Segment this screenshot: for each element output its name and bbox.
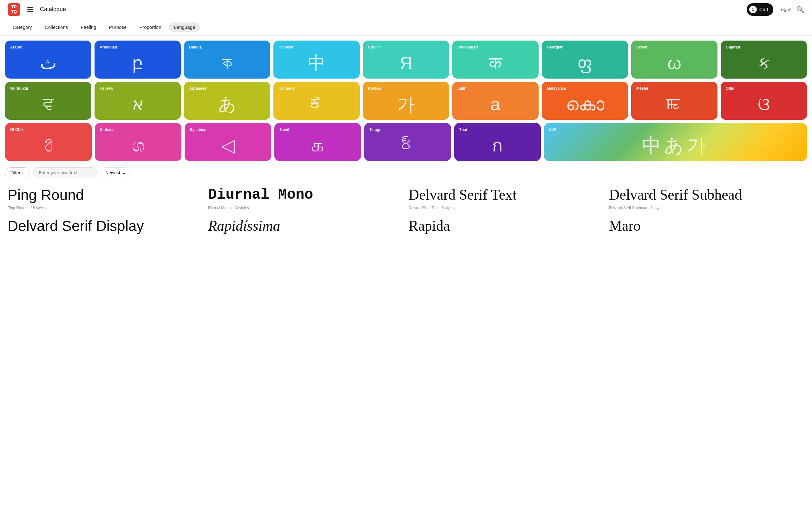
language-section: ArabicثArmenianբBanglaকChinese中CyrillicЯ… (0, 36, 812, 164)
font-card-2[interactable]: Delvard Serif TextDelvard Serif Text · 8… (406, 182, 606, 213)
sort-arrow-icon: ⌄ (122, 170, 126, 175)
lang-card-label-armenian: Armenian (100, 45, 176, 49)
font-card-7[interactable]: Maro (606, 213, 807, 239)
lang-card-armenian[interactable]: Armenianբ (95, 41, 181, 78)
nav-tabs: CategoryCollectionsFeelingPurposeProport… (0, 19, 812, 36)
lang-card-glyph-japanese: あ (189, 93, 265, 115)
lang-card-greek[interactable]: Greekω (631, 41, 717, 78)
lang-card-glyph-kannada: ಕ (278, 93, 355, 115)
lang-card-meetei[interactable]: Meeteiꯃ (631, 82, 717, 120)
lang-card-glyph-tamil: க (280, 134, 356, 157)
lang-card-sinhala[interactable]: Sinhalaශ (95, 123, 182, 161)
lang-card-tamil[interactable]: Tamilக (274, 123, 361, 161)
lang-card-latin[interactable]: Latina (452, 82, 539, 120)
header-actions: 1 Cart Log in 🔍 (747, 3, 804, 16)
lang-card-label-telugu: Telugu (369, 127, 446, 132)
lang-card-glyph-latin: a (457, 93, 534, 115)
lang-card-glyph-gurmukhi: ਵ (10, 93, 86, 115)
lang-card-label-arabic: Arabic (10, 45, 86, 49)
cart-button[interactable]: 1 Cart (747, 3, 773, 16)
language-grid-row3: Ol ChikiᱚSinhalaශSyllabics◁TamilகTeluguర… (5, 123, 807, 161)
lang-card-glyph-ol-chiki: ᱚ (10, 134, 87, 157)
lang-card-label-syllabics: Syllabics (190, 127, 266, 132)
lang-card-label-thai: Thai (459, 127, 536, 132)
font-name-1: Diurnal Mono (208, 187, 403, 203)
tab-feeling[interactable]: Feeling (75, 22, 101, 32)
lang-card-gurmukhi[interactable]: Gurmukhiਵ (5, 82, 91, 120)
lang-card-cjk-label[interactable]: CJK中あ가 (544, 123, 807, 161)
font-name-5: Rapidíssima (208, 218, 403, 234)
custom-text-input[interactable] (33, 167, 97, 178)
lang-card-devanagari[interactable]: Devanagariक (452, 41, 539, 78)
font-card-6[interactable]: Rapida (406, 213, 606, 239)
tab-category[interactable]: Category (8, 22, 37, 32)
lang-card-glyph-syllabics: ◁ (190, 134, 266, 157)
lang-card-odia[interactable]: Odiaଓ (721, 82, 807, 120)
header-title: Catalogue (40, 6, 66, 13)
lang-card-glyph-korean: 가 (368, 93, 444, 115)
tab-language[interactable]: Language (169, 22, 200, 32)
tab-collections[interactable]: Collections (40, 22, 73, 32)
lang-card-glyph-bangla: ক (189, 52, 265, 74)
lang-card-malayalam[interactable]: Malayalamകൊ (542, 82, 628, 120)
lang-card-label-latin: Latin (457, 86, 534, 91)
lang-card-georgian[interactable]: Georgianფ (542, 41, 628, 78)
filter-button[interactable]: Filter + (5, 167, 30, 178)
sort-button[interactable]: Newest ⌄ (101, 167, 131, 178)
header: TPTQ Catalogue 1 Cart Log in 🔍 (0, 0, 812, 19)
lang-card-glyph-meetei: ꯃ (636, 93, 712, 115)
lang-card-label-tamil: Tamil (280, 127, 356, 132)
lang-card-arabic[interactable]: Arabicث (5, 41, 91, 78)
lang-card-chinese[interactable]: Chinese中 (273, 41, 360, 78)
lang-card-label-devanagari: Devanagari (457, 45, 534, 49)
lang-card-ol-chiki[interactable]: Ol Chikiᱚ (5, 123, 92, 161)
lang-card-glyph-gujarati: ક (726, 52, 802, 74)
cart-count: 1 (749, 6, 757, 13)
language-grid-row2: GurmukhiਵHebrewאJapaneseあKannadaಕKorean가… (5, 82, 807, 120)
hamburger-menu[interactable] (26, 5, 35, 14)
filter-label: Filter + (10, 170, 24, 175)
lang-card-korean[interactable]: Korean가 (363, 82, 449, 120)
search-button[interactable]: 🔍 (797, 6, 804, 13)
lang-card-japanese[interactable]: Japaneseあ (184, 82, 270, 120)
login-button[interactable]: Log in (778, 7, 792, 12)
font-card-1[interactable]: Diurnal MonoDiurnal Mono · 10 styles (206, 182, 406, 213)
font-name-4: Delvard Serif Display (8, 218, 203, 234)
lang-card-label-sinhala: Sinhala (100, 127, 176, 132)
lang-card-label-hebrew: Hebrew (100, 86, 176, 91)
lang-card-gujarati[interactable]: Gujaratiક (721, 41, 807, 78)
lang-card-glyph-cjk-label: 中あ가 (549, 134, 802, 157)
tab-proportion[interactable]: Proportion (134, 22, 166, 32)
lang-card-glyph-devanagari: क (457, 52, 534, 74)
language-grid-row1: ArabicثArmenianբBanglaকChinese中CyrillicЯ… (5, 41, 807, 78)
lang-card-cyrillic[interactable]: CyrillicЯ (363, 41, 449, 78)
font-card-5[interactable]: Rapidíssima (206, 213, 406, 239)
cart-label: Cart (759, 7, 768, 12)
lang-card-label-kannada: Kannada (278, 86, 355, 91)
filter-bar: Filter + Newest ⌄ (0, 164, 812, 182)
font-name-6: Rapida (409, 218, 604, 234)
lang-card-thai[interactable]: Thaiก (454, 123, 541, 161)
sort-label: Newest (105, 170, 120, 175)
lang-card-glyph-hebrew: א (100, 93, 176, 115)
font-card-3[interactable]: Delvard Serif SubheadDelvard Serif Subhe… (606, 182, 807, 213)
font-name-3: Delvard Serif Subhead (609, 187, 804, 203)
logo[interactable]: TPTQ (8, 3, 20, 16)
lang-card-glyph-odia: ଓ (726, 93, 802, 115)
font-name-0: Ping Round (8, 187, 203, 203)
lang-card-label-chinese: Chinese (278, 45, 355, 49)
lang-card-bangla[interactable]: Banglaক (184, 41, 270, 78)
lang-card-syllabics[interactable]: Syllabics◁ (185, 123, 271, 161)
lang-card-glyph-greek: ω (636, 52, 712, 74)
lang-card-label-cyrillic: Cyrillic (368, 45, 444, 49)
tab-purpose[interactable]: Purpose (104, 22, 132, 32)
font-card-4[interactable]: Delvard Serif Display (5, 213, 206, 239)
lang-card-label-gujarati: Gujarati (726, 45, 802, 49)
lang-card-hebrew[interactable]: Hebrewא (95, 82, 181, 120)
lang-card-glyph-malayalam: കൊ (547, 93, 623, 115)
lang-card-label-ol-chiki: Ol Chiki (10, 127, 87, 132)
lang-card-telugu[interactable]: Teluguర్ (364, 123, 451, 161)
font-card-0[interactable]: Ping RoundPing Round · 18 styles (5, 182, 206, 213)
font-meta-1: Diurnal Mono · 10 styles (208, 206, 403, 210)
lang-card-kannada[interactable]: Kannadaಕ (273, 82, 360, 120)
